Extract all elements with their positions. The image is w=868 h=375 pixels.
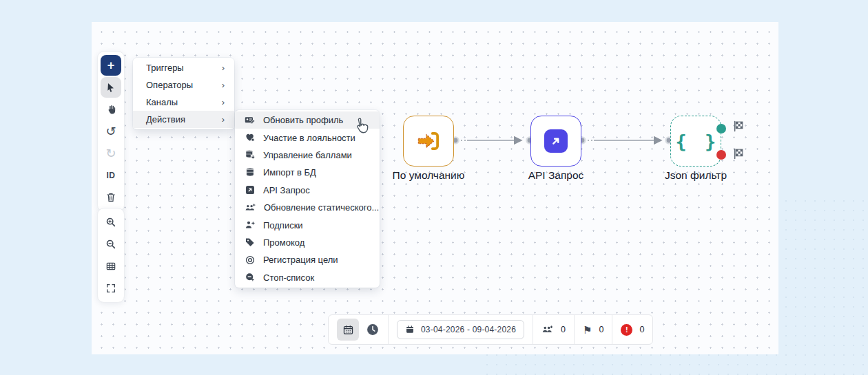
braces-icon: { }	[672, 131, 720, 152]
node-json-filter[interactable]: { }	[670, 116, 721, 167]
workflow-canvas[interactable]: + ↺ ↻ ID	[92, 22, 778, 354]
submenu-item-label: Промокод	[263, 237, 304, 248]
submenu-item-subscriptions[interactable]: Подписки	[235, 216, 380, 233]
enter-arrow-icon	[414, 127, 443, 156]
node-label-api: API Запрос	[501, 169, 611, 182]
chevron-right-icon: ›	[222, 80, 225, 90]
finish-flag-icon[interactable]	[733, 120, 745, 135]
goal-target-icon	[245, 255, 256, 266]
profile-edit-icon	[245, 115, 256, 126]
node-api-request[interactable]	[530, 116, 581, 167]
menu-item-label: Триггеры	[146, 63, 184, 73]
submenu-item-label: Стоп-список	[263, 272, 314, 283]
menu-item-label: Операторы	[146, 80, 193, 90]
calendar-icon	[342, 324, 354, 336]
flags-count: 0	[599, 325, 603, 334]
calendar-view-button[interactable]	[337, 319, 359, 341]
error-icon: !	[621, 324, 632, 336]
submenu-item-label: Управление баллами	[263, 150, 352, 160]
menu-item-label: Каналы	[146, 97, 178, 107]
date-range-section: 03-04-2026 - 09-04-2026	[389, 315, 533, 344]
audience-counter[interactable]: 0	[533, 315, 575, 344]
flags-counter[interactable]: ⚑ 0	[575, 315, 612, 344]
success-port-dot[interactable]	[716, 124, 726, 133]
menu-item-label: Действия	[146, 114, 185, 125]
submenu-item-promo-code[interactable]: Промокод	[235, 234, 380, 251]
submenu-item-label: Подписки	[263, 220, 303, 231]
stop-list-icon	[245, 272, 256, 283]
context-menu: Триггеры › Операторы › Каналы › Действия…	[133, 58, 234, 129]
person-plus-icon	[245, 219, 256, 231]
submenu-item-label: Обновление статического...	[264, 202, 379, 213]
errors-counter[interactable]: ! 0	[612, 315, 652, 344]
finish-flag-icon[interactable]	[733, 148, 745, 162]
date-range-value: 03-04-2026 - 09-04-2026	[421, 325, 516, 334]
errors-count: 0	[639, 325, 644, 334]
submenu-item-points[interactable]: Управление баллами	[235, 147, 380, 164]
menu-item-actions[interactable]: Действия ›	[133, 111, 234, 128]
submenu-item-label: API Запрос	[263, 185, 310, 195]
view-mode-section	[329, 315, 389, 344]
clock-icon	[366, 323, 380, 336]
audience-count: 0	[561, 325, 566, 334]
flag-icon: ⚑	[583, 325, 592, 335]
submenu-item-goal-registration[interactable]: Регистрация цели	[235, 251, 380, 268]
node-default-trigger[interactable]	[403, 116, 454, 167]
static-group-icon	[245, 202, 256, 213]
footer-toolbar: 03-04-2026 - 09-04-2026 0 ⚑ 0 ! 0	[328, 314, 653, 345]
menu-item-operators[interactable]: Операторы ›	[133, 76, 234, 94]
submenu-item-label: Участие в лояльности	[263, 133, 355, 143]
error-port-dot[interactable]	[716, 150, 726, 160]
api-chip	[544, 129, 568, 153]
points-database-icon	[245, 149, 256, 160]
menu-item-channels[interactable]: Каналы ›	[133, 94, 234, 111]
database-import-icon	[245, 167, 256, 178]
history-clock-button[interactable]	[366, 323, 380, 336]
chevron-right-icon: ›	[222, 97, 225, 107]
hand-pointer-cursor	[351, 117, 370, 138]
node-label-json: Json фильтр	[641, 169, 751, 182]
calendar-icon	[405, 325, 415, 334]
submenu-item-label: Обновить профиль	[263, 115, 343, 125]
submenu-item-db-import[interactable]: Импорт в БД	[235, 164, 380, 181]
chevron-right-icon: ›	[222, 63, 225, 73]
menu-item-triggers[interactable]: Триггеры ›	[133, 59, 234, 76]
promo-tag-icon	[245, 237, 256, 248]
submenu-item-stop-list[interactable]: Стоп-список	[235, 269, 380, 286]
loyalty-heart-icon	[245, 132, 256, 143]
submenu-item-label: Регистрация цели	[263, 255, 338, 265]
submenu-item-label: Импорт в БД	[263, 167, 316, 178]
people-icon	[541, 325, 554, 335]
arrow-up-right-icon	[548, 133, 564, 149]
submenu-item-static-update[interactable]: Обновление статического...	[235, 199, 380, 216]
api-request-icon	[245, 184, 256, 195]
date-range-picker[interactable]: 03-04-2026 - 09-04-2026	[397, 320, 524, 339]
node-label-default: По умолчанию	[373, 169, 484, 182]
submenu-item-api-request[interactable]: API Запрос	[235, 182, 380, 199]
chevron-right-icon: ›	[222, 114, 225, 125]
